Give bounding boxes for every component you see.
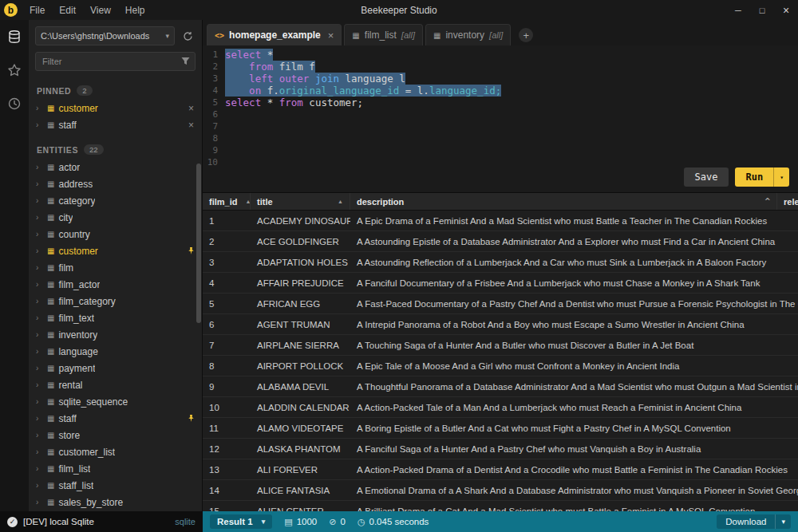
menu-edit[interactable]: Edit xyxy=(52,5,83,16)
tab-homepage_example[interactable]: <>homepage_example× xyxy=(207,24,342,45)
table-row[interactable]: 15ALIEN CENTERA Brilliant Drama of a Cat… xyxy=(203,501,798,511)
entity-item-inventory[interactable]: ›▦inventory xyxy=(29,326,202,343)
table-row[interactable]: 4AFFAIR PREJUDICEA Fanciful Documentary … xyxy=(203,273,798,294)
entity-item-payment[interactable]: ›▦payment xyxy=(29,360,202,376)
database-icon[interactable] xyxy=(7,30,22,47)
pinned-section-header: PINNED 2 xyxy=(29,79,202,100)
table-row[interactable]: 7AIRPLANE SIERRAA Touching Saga of a Hun… xyxy=(203,335,798,356)
table-icon: ▦ xyxy=(47,196,54,205)
pinned-item-customer[interactable]: ›▦customer× xyxy=(29,100,202,116)
filter-input[interactable] xyxy=(35,52,196,71)
result-selector-label: Result 1 xyxy=(217,517,253,526)
table-row[interactable]: 8AIRPORT POLLOCKA Epic Tale of a Moose A… xyxy=(203,356,798,376)
minimize-button[interactable]: ─ xyxy=(726,0,750,20)
close-icon[interactable]: × xyxy=(328,30,334,41)
close-icon[interactable]: × xyxy=(187,120,196,131)
entity-item-staff[interactable]: ›▦staff xyxy=(29,410,202,427)
cell-description: A Fanciful Saga of a Hunter And a Pastry… xyxy=(350,444,798,454)
table-row[interactable]: 3ADAPTATION HOLESA Astounding Reflection… xyxy=(203,252,798,273)
tab-film_list[interactable]: ▦film_list[all] xyxy=(344,24,423,45)
table-row[interactable]: 13ALI FOREVERA Action-Packed Drama of a … xyxy=(203,459,798,480)
line-code: select * xyxy=(225,49,273,61)
entity-item-staff_list[interactable]: ›▦staff_list xyxy=(29,477,202,494)
column-header-title[interactable]: title▲ xyxy=(251,193,350,210)
entity-item-label: sales_by_store xyxy=(58,497,123,508)
table-row[interactable]: 1ACADEMY DINOSAURA Epic Drama of a Femin… xyxy=(203,211,798,231)
status-results-bar: Result 1 ▾ ▤ 1000 ⊘ 0 ◷ 0.045 seconds Do… xyxy=(203,511,798,532)
download-dropdown-caret[interactable]: ▾ xyxy=(775,514,791,529)
entity-item-film_list[interactable]: ›▦film_list xyxy=(29,460,202,477)
column-header-release_year[interactable]: release_year xyxy=(777,193,798,210)
star-icon[interactable] xyxy=(7,63,22,81)
entity-item-customer[interactable]: ›▦customer xyxy=(29,242,202,259)
cell-description: A Astounding Epistle of a Database Admin… xyxy=(350,237,798,246)
chevron-right-icon: › xyxy=(36,263,43,272)
entity-item-actor[interactable]: ›▦actor xyxy=(29,159,202,175)
entity-item-sqlite_sequence[interactable]: ›▦sqlite_sequence xyxy=(29,393,202,410)
entity-item-film_actor[interactable]: ›▦film_actor xyxy=(29,276,202,293)
column-label: release_year xyxy=(784,197,798,207)
entity-item-film[interactable]: ›▦film xyxy=(29,259,202,276)
column-header-film_id[interactable]: film_id▲ xyxy=(203,193,251,210)
table-row[interactable]: 10ALADDIN CALENDARA Action-Packed Tale o… xyxy=(203,397,798,418)
entity-item-customer_list[interactable]: ›▦customer_list xyxy=(29,443,202,460)
line-code: on f.original_language_id = l.language_i… xyxy=(225,85,501,97)
caret-down-icon: ▾ xyxy=(262,518,266,526)
sort-asc-icon[interactable]: ▲ xyxy=(237,199,251,204)
history-icon[interactable] xyxy=(7,97,22,114)
entity-item-address[interactable]: ›▦address xyxy=(29,175,202,192)
menu-view[interactable]: View xyxy=(83,5,118,16)
run-button[interactable]: Run ▾ xyxy=(735,167,789,187)
sort-asc-icon[interactable]: ▲ xyxy=(330,199,343,204)
download-button[interactable]: Download ▾ xyxy=(717,514,791,529)
table-row[interactable]: 6AGENT TRUMANA Intrepid Panorama of a Ro… xyxy=(203,314,798,335)
cell-description: A Epic Tale of a Moose And a Girl who mu… xyxy=(350,361,798,371)
result-selector-button[interactable]: Result 1 ▾ xyxy=(210,514,272,529)
menu-help[interactable]: Help xyxy=(118,5,152,16)
entity-item-store[interactable]: ›▦store xyxy=(29,427,202,443)
pinned-item-staff[interactable]: ›▦staff× xyxy=(29,116,202,133)
entity-item-label: inventory xyxy=(58,329,97,341)
connection-selector[interactable]: C:\Users\ghstng\Downloads ▾ xyxy=(35,26,175,45)
sidebar-scrollbar[interactable] xyxy=(196,164,201,323)
table-row[interactable]: 12ALASKA PHANTOMA Fanciful Saga of a Hun… xyxy=(203,439,798,459)
entity-item-film_text[interactable]: ›▦film_text xyxy=(29,309,202,326)
tab-inventory[interactable]: ▦inventory[all] xyxy=(425,24,511,45)
entity-item-city[interactable]: ›▦city xyxy=(29,209,202,226)
table-icon: ▦ xyxy=(433,31,440,40)
table-icon: ▦ xyxy=(47,313,54,322)
table-row[interactable]: 11ALAMO VIDEOTAPEA Boring Epistle of a B… xyxy=(203,418,798,439)
table-icon: ▦ xyxy=(47,297,54,305)
close-icon[interactable]: × xyxy=(187,103,196,114)
results-table: film_id▲title▲description^release_year 1… xyxy=(203,192,798,511)
cell-film_id: 1 xyxy=(203,216,251,226)
run-dropdown-caret[interactable]: ▾ xyxy=(773,167,789,187)
collapse-results-icon[interactable]: ^ xyxy=(764,196,770,207)
save-button[interactable]: Save xyxy=(684,167,729,187)
status-bar: ✓ [DEV] local Sqlite sqlite Result 1 ▾ ▤… xyxy=(0,511,798,532)
maximize-button[interactable]: □ xyxy=(750,0,774,20)
table-row[interactable]: 9ALABAMA DEVILA Thoughtful Panorama of a… xyxy=(203,376,798,397)
close-window-button[interactable]: × xyxy=(774,0,798,20)
chevron-right-icon: › xyxy=(36,481,43,490)
sql-editor[interactable]: 1select *2 from film f3 left outer join … xyxy=(203,45,798,192)
editor-line: 9 xyxy=(203,144,798,156)
table-row[interactable]: 14ALICE FANTASIAA Emotional Drama of a A… xyxy=(203,480,798,501)
cell-title: ALICE FANTASIA xyxy=(251,486,350,495)
table-row[interactable]: 5AFRICAN EGGA Fast-Paced Documentary of … xyxy=(203,294,798,314)
entity-item-category[interactable]: ›▦category xyxy=(29,192,202,209)
filter-icon xyxy=(181,57,190,68)
cell-description: A Fanciful Documentary of a Frisbee And … xyxy=(350,278,798,288)
add-tab-button[interactable]: + xyxy=(519,28,533,42)
column-header-description[interactable]: description^ xyxy=(350,193,777,210)
entity-item-country[interactable]: ›▦country xyxy=(29,226,202,242)
menu-file[interactable]: File xyxy=(22,5,52,16)
entity-item-language[interactable]: ›▦language xyxy=(29,343,202,360)
entity-item-rental[interactable]: ›▦rental xyxy=(29,376,202,393)
chevron-right-icon: › xyxy=(36,179,43,188)
elapsed-time-stat: ◷ 0.045 seconds xyxy=(358,517,429,527)
refresh-icon[interactable] xyxy=(180,31,196,41)
entity-item-sales_by_store[interactable]: ›▦sales_by_store xyxy=(29,494,202,510)
entity-item-film_category[interactable]: ›▦film_category xyxy=(29,293,202,309)
table-row[interactable]: 2ACE GOLDFINGERA Astounding Epistle of a… xyxy=(203,231,798,252)
